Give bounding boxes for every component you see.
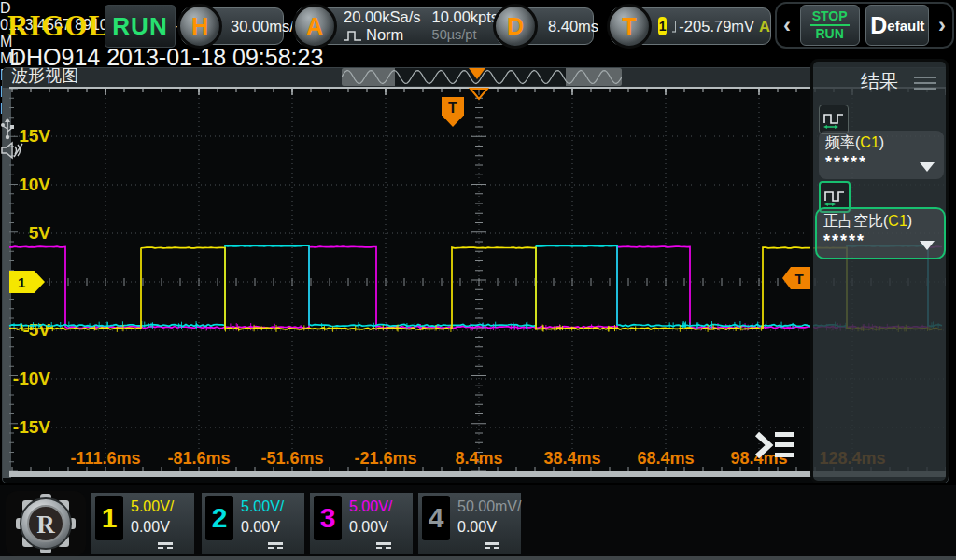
y-label: 5V [7,223,50,244]
speaker-muted-icon [0,140,24,161]
preview-trigger-marker-icon[interactable] [469,68,485,79]
waveform-view-tab[interactable]: 波形视图 [11,64,78,87]
x-label: -81.6ms [157,449,241,469]
acquisition-knob[interactable]: A [292,4,337,49]
x-label: 68.4ms [624,449,708,469]
y-label: -10V [7,369,50,389]
channel-offset: 0.00V [241,519,280,536]
dc-coupling-icon [375,542,392,549]
trigger-group: 1 -205.79mV A T [607,4,775,49]
acquisition-group: 20.00kSa/s Norm 10.00kpts 50µs/pt A [292,4,516,49]
preview-offscreen-left [342,68,395,86]
gear-icon: R [15,493,77,554]
trigger-source-badge: 1 [658,17,667,35]
x-label: -51.6ms [250,449,334,469]
hamburger-menu-icon[interactable] [914,73,936,93]
channel-1-button[interactable]: 1 5.00V/ 0.00V [91,493,194,554]
results-panel: 结果 频率(C1) ***** 正占空比(C1) ***** [810,59,949,483]
measurement-label: 频率(C1) [825,133,884,153]
delay-group: 8.40ms D [493,4,598,49]
measurement-card-frequency[interactable]: 频率(C1) ***** [819,131,944,179]
chevron-down-icon[interactable] [920,241,935,250]
nav-prev-arrow[interactable]: ‹ [780,12,794,38]
rising-edge-icon [670,18,676,35]
nav-next-arrow[interactable]: › [935,12,949,38]
rigol-gear-logo-button[interactable]: R [6,491,86,556]
default-button[interactable]: Default [865,5,929,46]
channel-number: 1 [95,496,123,540]
horizontal-knob[interactable]: H [177,4,222,49]
dc-coupling-icon [484,542,500,549]
trigger-delay-triangle-icon[interactable] [469,87,489,101]
quick-actions-group: ‹ STOP RUN Default › [775,2,954,49]
channel-offset: 0.00V [131,519,170,536]
usb-icon [0,118,15,140]
y-label: 10V [7,175,50,195]
bottom-strip [0,556,956,560]
channel-scale: 5.00V/ [131,498,174,515]
trigger-coupling-indicator: A [759,18,770,35]
rigol-logo: RIGOL [7,9,108,43]
waveform-preview-strip[interactable] [342,68,622,86]
oscilloscope-screen: 15V 10V 5V -5V -10V -15V -111.6ms -81.6m… [0,0,956,560]
horizontal-group: 30.00ms/ H [177,4,286,49]
dc-coupling-icon [267,542,284,549]
channel-4-button[interactable]: 4 50.00mV/ 0.00V [418,493,521,554]
measurement-label: 正占空比(C1) [823,212,912,231]
channel-number: 4 [422,496,450,540]
measurement-value: ***** [825,153,867,173]
delay-knob[interactable]: D [493,4,538,49]
stop-run-button[interactable]: STOP RUN [800,5,860,46]
y-label: -5V [7,320,50,341]
measurement-card-duty-cycle[interactable]: 正占空比(C1) ***** [815,207,946,259]
chevron-down-icon[interactable] [920,162,935,172]
x-label: -21.6ms [344,449,428,469]
expand-menu-icon[interactable] [752,427,797,465]
measurement-value: ***** [823,231,865,251]
io-status-tile [0,118,24,161]
channel-scale: 5.00V/ [241,498,284,515]
x-label: -111.6ms [63,449,148,469]
trigger-knob[interactable]: T [607,4,652,49]
channel-offset: 0.00V [457,519,497,536]
x-label: 38.4ms [530,449,614,469]
channel-offset: 0.00V [349,519,388,536]
dc-coupling-icon [157,542,174,549]
svg-text:R: R [36,511,55,539]
x-label: 8.4ms [437,449,521,469]
square-wave-icon [823,187,846,207]
channel-scale: 5.00V/ [349,498,392,515]
channel-number: 3 [314,496,342,540]
pulse-icon [344,29,362,42]
channel-3-button[interactable]: 3 5.00V/ 0.00V [310,493,413,554]
channel-scale: 50.00mV/ [457,498,521,515]
run-status-indicator[interactable]: RUN [105,5,176,48]
square-wave-icon [822,109,845,130]
y-label: -15V [7,417,50,438]
channel-number: 2 [205,496,233,540]
preview-offscreen-right [566,68,622,86]
channel-2-button[interactable]: 2 5.00V/ 0.00V [202,493,304,554]
